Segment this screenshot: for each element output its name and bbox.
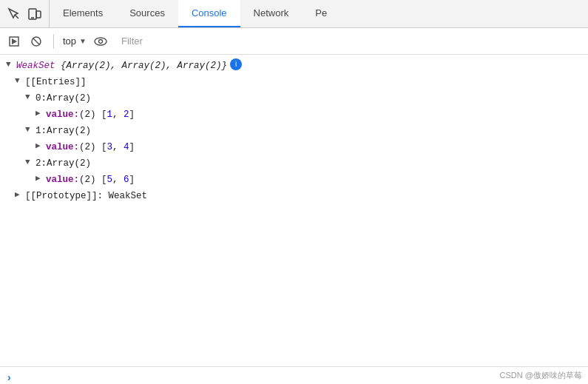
entry-2-value-keyword: value: [46,172,79,187]
entry-0-type: Array(2) [47,91,91,106]
entry-1-value-keyword: value: [46,140,79,155]
clear-icon[interactable] [28,33,44,50]
prototype-line[interactable]: [[Prototype]]: WeakSet [0,188,588,204]
context-arrow-icon: ▼ [79,37,87,45]
tab-elements[interactable]: Elements [50,0,116,27]
entry-2-value-content: (2) [5, 6] [79,172,135,187]
context-label: top [63,36,76,47]
svg-line-0 [15,15,18,18]
toolbar-separator [53,34,54,49]
entry-1-type: Array(2) [47,124,91,138]
console-output: WeakSet {Array(2), Array(2), Array(2)} i… [0,55,588,366]
tab-network[interactable]: Network [240,0,303,27]
entry-0-value-content: (2) [1, 2] [79,107,135,122]
entry-1-expand-arrow[interactable] [25,124,34,137]
tab-sources[interactable]: Sources [116,0,178,27]
entries-label: [[Entries]] [25,75,87,90]
prototype-label: [[Prototype]]: WeakSet [25,189,147,203]
footer: CSDN @傲娇味的草莓 [494,367,588,384]
entries-expand-arrow[interactable] [15,75,24,88]
prototype-expand-arrow[interactable] [15,189,24,202]
devtools-icon-group [0,0,50,27]
tab-console[interactable]: Console [178,0,240,27]
weakset-header-text: WeakSet {Array(2), Array(2), Array(2)} [16,58,227,73]
svg-point-8 [95,38,107,45]
info-badge-icon[interactable]: i [230,58,242,70]
context-selector[interactable]: top ▼ [63,36,87,47]
entry-1-value-arrow[interactable] [36,140,44,153]
entry-0-expand-arrow[interactable] [25,91,34,104]
entry-0-line[interactable]: 0: Array(2) [0,90,588,107]
run-icon[interactable] [6,33,22,50]
entry-1-value-content: (2) [3, 4] [79,140,135,155]
tab-performance[interactable]: Pe [302,0,340,27]
entry-1-line[interactable]: 1: Array(2) [0,123,588,139]
entry-2-value-arrow[interactable] [36,172,44,186]
entry-1-index: 1: [36,124,47,138]
entry-2-type: Array(2) [47,156,91,171]
entry-2-index: 2: [36,156,47,171]
entry-2-line[interactable]: 2: Array(2) [0,155,588,172]
entry-2-value-line[interactable]: value: (2) [5, 6] [0,172,588,188]
footer-text: CSDN @傲娇味的草莓 [500,371,582,380]
svg-line-7 [33,38,39,44]
entry-1-value-line[interactable]: value: (2) [3, 4] [0,139,588,155]
console-toolbar: top ▼ [0,28,588,55]
entry-0-value-line[interactable]: value: (2) [1, 2] [0,107,588,123]
entry-0-value-keyword: value: [46,107,79,122]
weakset-header-line[interactable]: WeakSet {Array(2), Array(2), Array(2)} i [0,58,588,74]
entry-0-value-arrow[interactable] [36,107,44,121]
entry-2-expand-arrow[interactable] [25,156,34,169]
device-icon[interactable] [27,6,43,22]
eye-icon[interactable] [92,33,109,50]
inspect-icon[interactable] [6,6,22,22]
nav-tabs: Elements Sources Console Network Pe [50,0,588,27]
prompt-arrow-icon: › [6,372,12,384]
filter-input[interactable] [115,32,582,50]
weakset-expand-arrow[interactable] [6,58,15,72]
svg-marker-5 [12,38,17,44]
devtools-nav-bar: Elements Sources Console Network Pe [0,0,588,28]
entry-0-index: 0: [36,91,47,106]
svg-rect-2 [36,11,41,18]
entries-line[interactable]: [[Entries]] [0,74,588,90]
svg-point-9 [98,39,102,43]
